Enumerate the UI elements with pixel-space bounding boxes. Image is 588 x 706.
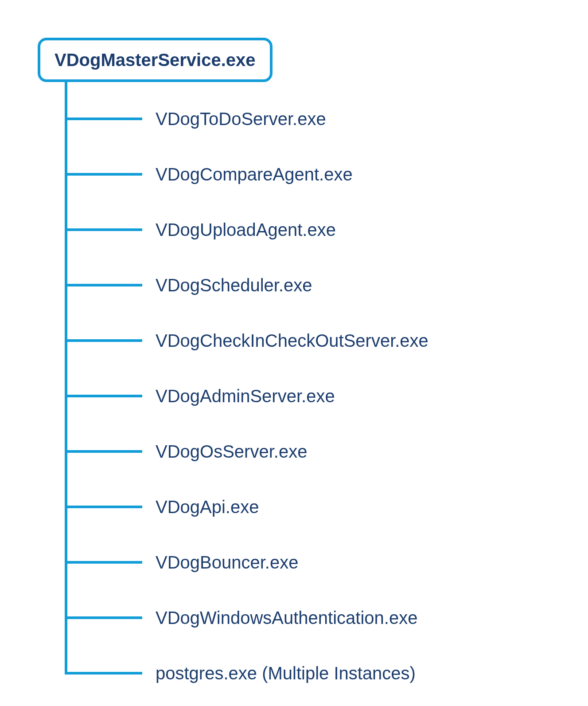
child-process-row: VDogScheduler.exe xyxy=(65,275,312,295)
child-process-label: VDogUploadAgent.exe xyxy=(156,220,336,239)
tree-branch-line xyxy=(65,284,142,286)
child-process-row: VDogBouncer.exe xyxy=(65,552,298,573)
tree-branch-line xyxy=(65,173,142,176)
tree-branch-line xyxy=(65,450,142,453)
child-process-label: VDogApi.exe xyxy=(156,497,259,517)
tree-branch-line xyxy=(65,339,142,342)
tree-branch-line xyxy=(65,228,142,231)
child-process-row: VDogWindowsAuthentication.exe xyxy=(65,608,417,628)
child-process-row: VDogToDoServer.exe xyxy=(65,109,326,129)
root-process-box: VDogMasterService.exe xyxy=(38,38,273,82)
tree-branch-line xyxy=(65,561,142,564)
child-process-row: VDogUploadAgent.exe xyxy=(65,220,336,240)
child-process-label: VDogOsServer.exe xyxy=(156,442,307,461)
child-process-row: VDogCheckInCheckOutServer.exe xyxy=(65,330,428,351)
process-tree-diagram: VDogMasterService.exe VDogToDoServer.exe… xyxy=(0,0,588,706)
child-process-label: VDogAdminServer.exe xyxy=(156,386,335,406)
child-process-row: postgres.exe (Multiple Instances) xyxy=(65,663,416,683)
tree-branch-line xyxy=(65,395,142,397)
child-process-row: VDogOsServer.exe xyxy=(65,441,307,462)
child-process-label: VDogScheduler.exe xyxy=(156,275,312,295)
child-process-label: VDogWindowsAuthentication.exe xyxy=(156,608,417,628)
tree-branch-line xyxy=(65,616,142,619)
child-process-label: VDogToDoServer.exe xyxy=(156,109,326,129)
child-process-row: VDogApi.exe xyxy=(65,497,259,517)
child-process-row: VDogAdminServer.exe xyxy=(65,386,335,406)
child-process-label: VDogCheckInCheckOutServer.exe xyxy=(156,331,428,350)
child-process-label: postgres.exe (Multiple Instances) xyxy=(156,663,416,683)
child-process-label: VDogCompareAgent.exe xyxy=(156,165,353,184)
child-process-label: VDogBouncer.exe xyxy=(156,553,298,572)
tree-branch-line xyxy=(65,118,142,120)
root-process-label: VDogMasterService.exe xyxy=(55,50,256,70)
child-process-row: VDogCompareAgent.exe xyxy=(65,164,353,184)
tree-branch-line xyxy=(65,506,142,508)
tree-branch-line xyxy=(65,672,142,675)
